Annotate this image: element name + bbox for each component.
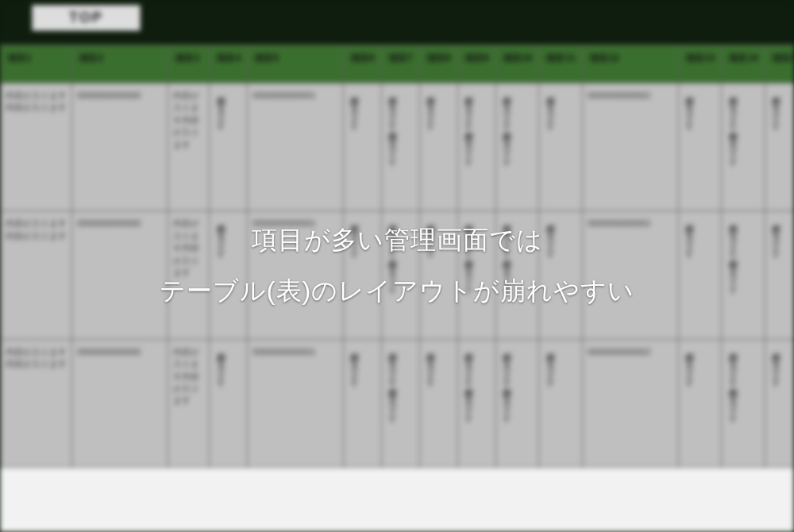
table-cell: 内容が入ります — [419, 211, 457, 339]
table-header-cell: 項目5 — [248, 45, 344, 83]
table-cell: 内容が入ります内容が入ります — [722, 339, 765, 467]
data-table: 項目1項目2項目3項目4項目5項目6項目7項目8項目9項目10項目11項目12項… — [0, 44, 794, 468]
table-header-row: 項目1項目2項目3項目4項目5項目6項目7項目8項目9項目10項目11項目12項… — [1, 45, 795, 83]
table-cell: 内容が入ります — [678, 83, 722, 211]
table-cell: 内容が入ります内容が入ります — [168, 83, 210, 211]
table-cell: 内容が入ります内容が入ります — [168, 339, 210, 467]
table-header-cell: 項目2 — [72, 45, 168, 83]
table-cell: 内容が入ります — [678, 211, 722, 339]
table-header-cell: 項目9 — [457, 45, 495, 83]
table-header-cell: 項目8 — [419, 45, 457, 83]
table-cell: 内容が入ります — [210, 83, 248, 211]
table-cell: 0000000000002 — [583, 339, 679, 467]
table-header-cell: 項目12 — [583, 45, 679, 83]
table-header-cell: 項目13 — [678, 45, 722, 83]
table-row: 内容が入ります内容が入ります0000000000000内容が入ります内容が入りま… — [1, 339, 795, 467]
table-cell: 内容が入ります — [678, 339, 722, 467]
table-cell: 内容が入ります内容が入ります — [381, 339, 419, 467]
table-cell: 内容が入ります — [765, 211, 794, 339]
table-cell: 内容が入ります内容が入ります — [381, 211, 419, 339]
table-cell: 内容が入ります内容が入ります — [457, 211, 495, 339]
table-cell: 0000000000000 — [72, 211, 168, 339]
table-cell: 内容が入ります内容が入ります — [168, 211, 210, 339]
table-cell: 0000000000002 — [583, 211, 679, 339]
table-header-cell: 項目14 — [722, 45, 765, 83]
table-cell: 内容が入ります — [210, 211, 248, 339]
table-header-cell: 項目11 — [539, 45, 583, 83]
table-cell: 内容が入ります — [419, 339, 457, 467]
table-cell: 0000000000001 — [248, 339, 344, 467]
table-container: 項目1項目2項目3項目4項目5項目6項目7項目8項目9項目10項目11項目12項… — [0, 44, 794, 532]
table-row: 内容が入ります内容が入ります0000000000000内容が入ります内容が入りま… — [1, 83, 795, 211]
table-row: 内容が入ります内容が入ります0000000000000内容が入ります内容が入りま… — [1, 211, 795, 339]
table-cell: 0000000000001 — [248, 211, 344, 339]
table-header-cell: 項目7 — [381, 45, 419, 83]
table-cell: 内容が入ります内容が入ります — [722, 83, 765, 211]
table-cell: 内容が入ります — [419, 83, 457, 211]
table-header-cell: 項目15 — [765, 45, 794, 83]
table-cell: 内容が入ります内容が入ります — [457, 339, 495, 467]
table-cell: 内容が入ります内容が入ります — [457, 83, 495, 211]
table-header-cell: 項目4 — [210, 45, 248, 83]
table-header-cell: 項目1 — [1, 45, 72, 83]
table-cell: 0000000000000 — [72, 339, 168, 467]
table-header-cell: 項目3 — [168, 45, 210, 83]
table-cell: 内容が入ります — [539, 339, 583, 467]
table-cell: 0000000000002 — [583, 83, 679, 211]
table-cell: 内容が入ります内容が入ります — [381, 83, 419, 211]
table-cell: 内容が入ります — [344, 83, 382, 211]
table-cell: 内容が入ります — [765, 339, 794, 467]
table-cell: 内容が入ります内容が入ります — [722, 211, 765, 339]
table-cell: 内容が入ります内容が入ります — [1, 83, 72, 211]
table-cell: 内容が入ります — [539, 83, 583, 211]
table-cell: 内容が入ります — [344, 211, 382, 339]
table-cell: 内容が入ります内容が入ります — [1, 339, 72, 467]
table-cell: 内容が入ります — [539, 211, 583, 339]
table-cell: 内容が入ります — [210, 339, 248, 467]
table-cell: 内容が入ります内容が入ります — [495, 211, 539, 339]
topbar: TOP — [0, 0, 794, 44]
table-cell: 内容が入ります内容が入ります — [495, 339, 539, 467]
table-header-cell: 項目10 — [495, 45, 539, 83]
top-button[interactable]: TOP — [32, 5, 141, 31]
table-cell: 内容が入ります — [765, 83, 794, 211]
table-cell: 0000000000000 — [72, 83, 168, 211]
table-cell: 内容が入ります内容が入ります — [495, 83, 539, 211]
table-cell: 内容が入ります — [344, 339, 382, 467]
table-cell: 0000000000001 — [248, 83, 344, 211]
table-cell: 内容が入ります内容が入ります — [1, 211, 72, 339]
blurred-admin-screen: TOP 項目1項目2項目3項目4項目5項目6項目7項目8項目9項目10項目11項… — [0, 0, 794, 532]
table-header-cell: 項目6 — [344, 45, 382, 83]
